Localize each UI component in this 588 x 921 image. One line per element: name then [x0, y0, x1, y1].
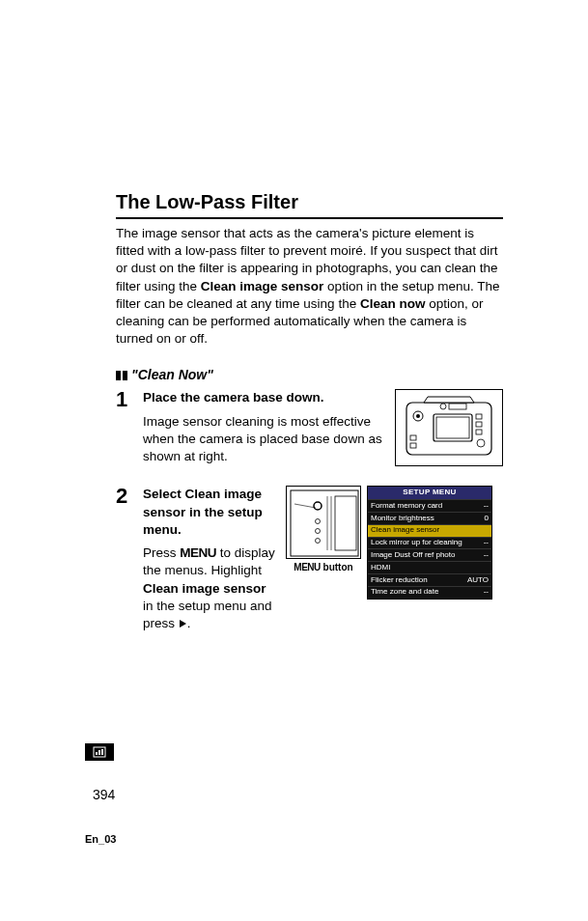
camera-back-illustration — [395, 389, 503, 466]
menu-caption-post: button — [323, 562, 353, 572]
setup-menu-row: Format memory card-- — [368, 499, 491, 512]
document-code: En_03 — [85, 832, 116, 847]
setup-menu-row-label: Image Dust Off ref photo — [371, 550, 480, 561]
setup-menu-row: Lock mirror up for cleaning-- — [368, 537, 491, 549]
intro-bold-2: Clean now — [360, 296, 426, 311]
step-2-number: 2 — [116, 486, 133, 507]
svg-rect-25 — [101, 749, 103, 755]
svg-point-4 — [416, 414, 420, 418]
subhead-text: "Clean Now" — [131, 367, 213, 382]
menu-button-caption: MENU button — [286, 561, 361, 574]
step-2-text-post: in the setup menu and press — [143, 599, 272, 630]
step-2-text: Press MENU to display the menus. Highlig… — [143, 544, 278, 632]
setup-menu-row-value: -- — [480, 538, 489, 548]
setup-menu-row-value: 0 — [481, 514, 489, 524]
setup-menu-row-value: AUTO — [463, 575, 489, 586]
setup-menu-row-label: Time zone and date — [371, 587, 480, 598]
clean-now-subheading: "Clean Now" — [116, 366, 503, 384]
svg-rect-14 — [335, 496, 356, 550]
right-triangle-icon — [180, 620, 186, 628]
setup-menu-row-value: -- — [480, 501, 489, 512]
section-title: The Low-Pass Filter — [116, 189, 503, 219]
setup-menu-row-label: Flicker reduction — [371, 575, 463, 586]
setup-menu-row-value — [485, 563, 489, 573]
setup-menu-row-value: -- — [480, 550, 489, 561]
intro-bold-1: Clean image sensor — [201, 279, 324, 293]
setup-menu-row-label: Clean image sensor — [371, 525, 485, 536]
setup-menu-row-label: Monitor brightness — [371, 514, 481, 524]
setup-menu-row-label: Format memory card — [371, 501, 480, 512]
step-2-head-pre: Select — [143, 487, 185, 501]
setup-menu-row: HDMI — [368, 561, 491, 573]
svg-rect-2 — [436, 417, 469, 438]
menu-caption-word: MENU — [294, 562, 320, 572]
step-2: 2 Select Clean image sensor in the setup… — [116, 486, 503, 632]
setup-menu-row-label: HDMI — [371, 563, 485, 573]
step-2-heading: Select Clean image sensor in the setup m… — [143, 486, 278, 539]
step-1-number: 1 — [116, 389, 133, 410]
menu-word: MENU — [180, 545, 216, 560]
setup-menu-row-value — [485, 525, 489, 536]
setup-menu-row: Monitor brightness0 — [368, 512, 491, 524]
step-2-text-pre: Press — [143, 545, 180, 560]
setup-menu-row: Time zone and date-- — [368, 586, 491, 599]
setup-menu-row: Clean image sensor — [368, 524, 491, 537]
step-1-text: Image sensor cleaning is most effective … — [143, 413, 383, 466]
intro-paragraph: The image sensor that acts as the camera… — [116, 225, 503, 349]
setup-menu-header: SETUP MENU — [368, 487, 491, 499]
step-1-heading: Place the camera base down. — [143, 389, 383, 406]
setup-menu-row-value: -- — [480, 587, 489, 598]
svg-rect-24 — [98, 750, 100, 755]
page-number: 394 — [93, 786, 115, 804]
setup-menu-row-label: Lock mirror up for cleaning — [371, 538, 480, 548]
setup-menu-screenshot: SETUP MENU Format memory card--Monitor b… — [367, 486, 492, 599]
menu-button-figure: MENU button — [286, 486, 361, 599]
subhead-bullet-icon — [116, 371, 127, 380]
svg-rect-23 — [96, 752, 98, 755]
section-tab-icon — [85, 743, 114, 761]
setup-menu-row: Flicker reductionAUTO — [368, 573, 491, 586]
step-1: 1 Place the camera base down. Image sens… — [116, 389, 503, 466]
setup-menu-row: Image Dust Off ref photo-- — [368, 548, 491, 561]
step-2-text-bold: Clean image sensor — [143, 581, 266, 596]
